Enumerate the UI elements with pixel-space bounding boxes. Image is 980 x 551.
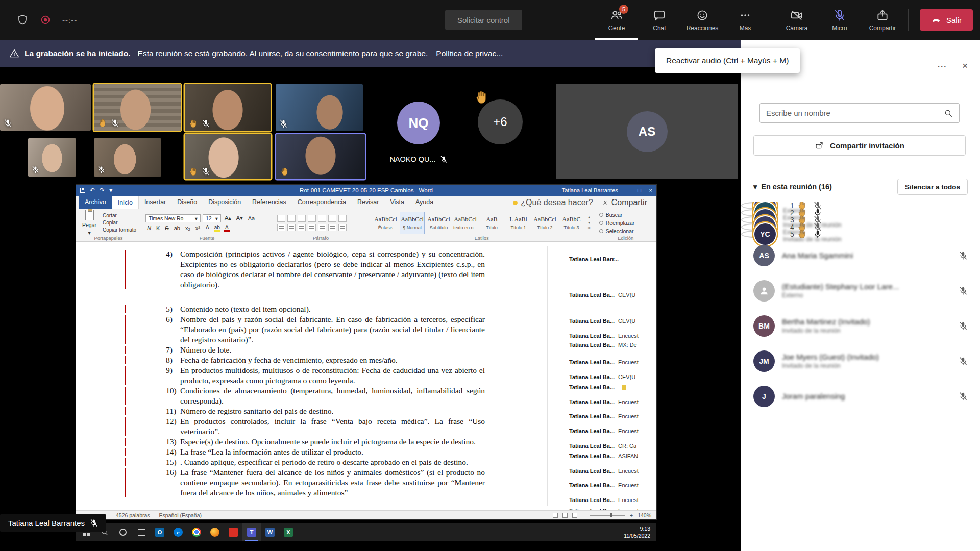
avatar (753, 280, 775, 302)
editing-buttons: BuscarReemplazarSeleccionar (599, 212, 635, 234)
camera-off-icon (790, 9, 803, 22)
participant-row[interactable]: J Joram paralensing (741, 379, 980, 414)
video-tile-avatar[interactable]: AS (556, 84, 738, 179)
video-tile[interactable] (94, 138, 161, 177)
style-card: AaBbCcl Título 2 (532, 212, 557, 234)
more-icon (739, 9, 752, 22)
participant-list: MV Matias Alejandro Valenci... Externo 1 (741, 202, 980, 551)
participant-mic-icon[interactable] (959, 286, 968, 295)
avatar-nq[interactable]: NQ (397, 102, 440, 144)
font-format-button: x² (194, 225, 202, 231)
participant-mic-icon[interactable] (959, 392, 968, 401)
recording-indicator-icon (40, 14, 51, 26)
participant-mic-icon[interactable] (959, 321, 968, 331)
presenter-name-label: Tatiana Leal Barrantes (0, 514, 106, 532)
borders-icon (338, 224, 347, 231)
video-tile-hand-raised[interactable] (94, 84, 181, 131)
list-number: 10) (166, 386, 177, 396)
participant-info: (Estudiante) Stephany Loor Lare... Exter… (782, 282, 899, 299)
people-button[interactable]: Gente 5 (595, 0, 638, 40)
document-text: 4) Composición (principios activos / age… (165, 249, 485, 498)
doc-paragraph: 14) La frase “Lea la información antes d… (165, 447, 485, 457)
participant-row[interactable]: (Estudiante) Stephany Loor Lare... Exter… (741, 273, 980, 308)
style-card: AaBbC Título 3 (559, 212, 584, 234)
video-tile-speaking-hand-raised[interactable] (276, 134, 365, 179)
revision-comment: Tatiana Leal Ba... Encuest (569, 468, 639, 474)
raised-hand-icon (280, 167, 289, 177)
participant-status-icons (959, 392, 968, 401)
participant-mic-icon[interactable] (959, 251, 968, 260)
participant-row[interactable]: YC Yobani Cuba (Invitado) Invitado de la… (741, 231, 768, 238)
participant-row[interactable]: JM Joe Myers (Guest) (Invitado) Invitado… (741, 343, 980, 379)
video-tile[interactable] (28, 138, 76, 177)
overflow-participants[interactable]: +6 (478, 99, 523, 144)
style-card: I. AaBl Título 1 (506, 212, 531, 234)
ribbon-tab: Correspondencia (292, 196, 352, 209)
font-size-box: 12▾ (203, 214, 221, 222)
firefox-icon (206, 523, 224, 541)
qat-dropdown-icon: ▾ (109, 187, 112, 194)
list-number: 8) (166, 355, 173, 365)
shield-icon (16, 14, 29, 26)
text-effects-icon: A (204, 224, 211, 232)
video-tile[interactable] (0, 84, 91, 131)
avatar: YC (754, 223, 776, 245)
leave-button[interactable]: Salir (920, 9, 973, 31)
decrease-indent-icon (308, 215, 316, 222)
font-format-button: x₂ (184, 225, 192, 231)
shared-screen-word-window[interactable]: ↶ ↷ ▾ Rot-001 CAMEVET 20-05-20 ESP Cambi… (76, 185, 656, 519)
share-button[interactable]: Compartir (861, 0, 904, 40)
reactions-button[interactable]: Reacciones (681, 0, 724, 40)
toolbar-buttons: Gente 5 Chat Reacciones Más Cámara (586, 0, 973, 40)
zoom-slider (590, 515, 625, 516)
participant-row[interactable]: AS Ana Maria Sgammini (741, 238, 980, 273)
editing-mini-icon (599, 229, 603, 233)
font-format-button: A▴ (223, 215, 233, 221)
zoom-in-icon: + (630, 512, 633, 518)
revision-comment: Tatiana Leal Ba... Encuest (569, 333, 639, 339)
edge-icon: e (169, 523, 187, 541)
in-meeting-section: ▾En esta reunión (16) Silenciar a todos (753, 179, 968, 195)
participant-row[interactable]: BM Bertha Martinez (Invitado) Invitado d… (741, 308, 980, 343)
doc-paragraph: 11) Número de registro sanitario del paí… (165, 406, 485, 416)
video-tile-hand-raised[interactable] (185, 134, 271, 179)
mic-button[interactable]: Micro (818, 0, 861, 40)
revision-comment: Tatiana Leal Ba... MX: De (569, 342, 637, 348)
chat-button[interactable]: Chat (638, 0, 681, 40)
increase-indent-icon (318, 215, 326, 222)
zoom-level: 140% (638, 512, 651, 518)
participant-subtitle: Invitado de la reunión (782, 327, 870, 334)
editing-button: Buscar (599, 212, 635, 218)
search-input[interactable] (766, 109, 940, 117)
search-icon[interactable] (944, 109, 953, 118)
participant-info: Ana Maria Sgammini (782, 251, 853, 260)
line-spacing-icon (318, 224, 326, 231)
list-number: 6) (166, 314, 173, 324)
mute-all-button[interactable]: Silenciar a todos (897, 179, 968, 195)
editing-mini-icon (599, 213, 603, 217)
more-button[interactable]: Más (724, 0, 767, 40)
participants-panel: ⋯ × Compartir invitación ▾En esta reunió… (741, 40, 980, 551)
list-number: 15) (166, 457, 177, 467)
avatar: J (753, 386, 775, 407)
participant-subtitle: Externo (782, 292, 899, 299)
font-format-button: N (145, 225, 153, 231)
privacy-policy-link[interactable]: Política de privac... (436, 49, 503, 58)
minimize-icon: – (626, 187, 629, 193)
video-tile-hand-raised[interactable] (185, 84, 271, 131)
panel-more-icon[interactable]: ⋯ (937, 60, 947, 72)
mic-muted-icon (111, 119, 119, 128)
participant-mic-icon[interactable] (959, 357, 968, 366)
styles-scroll-arrows: ▴▾≡ (588, 215, 591, 231)
section-title[interactable]: ▾En esta reunión (16) (753, 183, 832, 191)
camera-button[interactable]: Cámara (775, 0, 818, 40)
chat-icon (653, 9, 666, 22)
share-invitation-button[interactable]: Compartir invitación (753, 135, 966, 156)
panel-close-icon[interactable]: × (962, 60, 968, 72)
request-control-button[interactable]: Solicitar control (445, 10, 522, 30)
video-tile[interactable] (276, 84, 363, 131)
font-format-button: A▾ (235, 215, 244, 221)
web-layout-icon (572, 513, 577, 518)
clipboard-mini-button: Copiar (103, 220, 136, 226)
doc-paragraph: 7) Número de lote. (165, 345, 485, 355)
